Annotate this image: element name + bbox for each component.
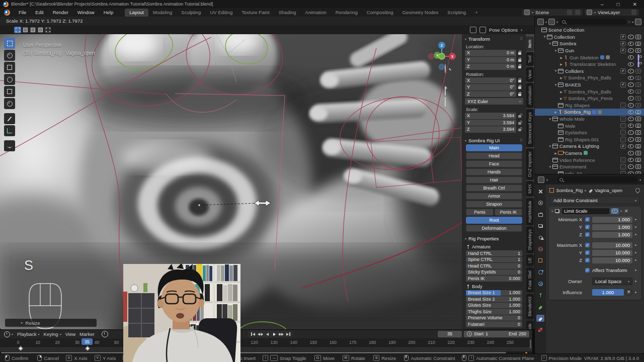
n-panel-tab-ue[interactable]: UE <box>526 254 534 266</box>
axis-value-field[interactable]: 1.000 <box>592 232 632 238</box>
tool-pose-tool[interactable] <box>4 140 15 151</box>
outliner-row[interactable]: ▶Camera <box>535 150 644 157</box>
render-camera-icon[interactable] <box>635 48 641 53</box>
n-panel-tab-animaide[interactable]: AnimAide <box>526 320 534 329</box>
playhead-chip[interactable]: 35 <box>82 338 93 345</box>
outliner-row[interactable]: ▼Sombra✓ <box>535 40 644 47</box>
n-panel-tab-daz-importer[interactable]: DAZ Importer <box>526 148 534 180</box>
render-camera-icon[interactable] <box>635 35 641 39</box>
visibility-checkbox[interactable] <box>620 171 626 174</box>
select-mode-subtract[interactable] <box>29 27 36 33</box>
transform-field-z[interactable]: Z0 m <box>465 63 523 70</box>
zoom-icon[interactable] <box>445 64 451 71</box>
keyframe-diamond[interactable] <box>18 346 23 351</box>
pin-icon[interactable] <box>634 187 641 194</box>
properties-tab-view-layer[interactable] <box>536 222 544 229</box>
hide-eye-icon[interactable] <box>628 144 634 149</box>
axis-checkbox[interactable]: ✓ <box>585 243 590 247</box>
add-bone-constraint-dropdown[interactable]: Add Bone Constraint▾ <box>550 196 640 204</box>
render-camera-icon[interactable] <box>635 110 641 115</box>
menu-help[interactable]: Help <box>99 9 118 16</box>
transform-field-y[interactable]: Y0 m <box>465 57 523 63</box>
tool-select-box[interactable] <box>4 38 15 49</box>
rig-button-penis-ik[interactable]: Penis IK <box>495 209 522 216</box>
outliner-row[interactable]: ▶▽Sombra_Phys_Balls <box>535 74 644 81</box>
menu-file[interactable]: File <box>14 9 31 16</box>
maximize-button[interactable]: □ <box>617 2 620 7</box>
transform-field-x[interactable]: X3.594 <box>465 113 523 119</box>
outliner-row[interactable]: ▶▽Sombra_Phys_Penis <box>535 95 644 102</box>
viewport-3d[interactable]: Scale X: 1.7972 Y: 1.7972 Z: 1.7972 Pose… <box>0 17 534 329</box>
render-camera-icon[interactable] <box>635 69 641 73</box>
rig-prop-thighs-size[interactable]: Thighs Size1.000 <box>466 309 522 315</box>
rig-button-deformation[interactable]: Deformation <box>466 225 522 232</box>
rig-button-face[interactable]: Face <box>466 160 522 168</box>
tool-move[interactable] <box>4 62 15 73</box>
rig-ui-panel-header[interactable]: ▾Sombra Rig UI⠿ <box>462 136 526 144</box>
pose-options-dropdown[interactable]: Pose Options ▾ <box>470 27 522 33</box>
hide-eye-icon[interactable] <box>628 62 634 67</box>
rig-prop-spine-ctrl[interactable]: Spine CTRL1 <box>466 257 522 263</box>
display-mode-icon[interactable] <box>537 19 544 25</box>
n-panel-tab-tool[interactable]: Tool <box>526 52 534 66</box>
funnel-icon[interactable]: ▽ <box>628 20 630 24</box>
tool-measure[interactable] <box>4 125 15 136</box>
prev-keyframe-button[interactable] <box>257 331 263 337</box>
render-camera-icon[interactable] <box>635 96 641 101</box>
workspace-tab-sculpting[interactable]: Sculpting <box>177 9 205 17</box>
axis-checkbox[interactable]: ✓ <box>585 232 590 237</box>
n-panel-tab-view[interactable]: View <box>526 67 534 82</box>
outliner-row[interactable]: ▼Camera & Lighting✓ <box>535 143 644 150</box>
render-camera-icon[interactable] <box>635 117 641 121</box>
render-camera-icon[interactable] <box>635 76 641 80</box>
timeline-vscrollbar[interactable] <box>530 339 531 348</box>
render-camera-icon[interactable] <box>635 89 641 94</box>
transform-field-y[interactable]: Y0° <box>465 84 523 90</box>
outliner-row[interactable]: ▼Environment <box>535 163 644 170</box>
n-panel-tab-animation[interactable]: Animation <box>526 83 534 108</box>
visibility-checkbox[interactable] <box>620 123 626 129</box>
rig-prop-sticky-eyelids[interactable]: Sticky Eyelids0 <box>466 269 522 276</box>
blender-menu-icon[interactable] <box>4 10 10 16</box>
outliner-row[interactable]: ▼Colliders✓ <box>535 68 644 75</box>
transform-field-x[interactable]: X0 m <box>465 50 523 56</box>
visibility-checkbox[interactable] <box>620 157 626 163</box>
navigation-gizmo[interactable]: Z X Y <box>425 35 460 70</box>
n-panel-tab-item[interactable]: Item <box>526 37 534 51</box>
axis-checkbox[interactable]: ✓ <box>585 217 590 222</box>
workspace-tab-uv-editing[interactable]: UV Editing <box>205 9 237 17</box>
pin-icon[interactable] <box>567 9 573 16</box>
select-mode-invert[interactable] <box>37 27 44 33</box>
visibility-checkbox[interactable]: ✓ <box>620 34 626 40</box>
rig-button-head[interactable]: Head <box>466 152 522 160</box>
rig-prop-hand-ctrl[interactable]: Hand CTRL1 <box>466 250 522 256</box>
workspace-tab-scripting[interactable]: Scripting <box>443 9 470 17</box>
render-camera-icon[interactable] <box>635 103 641 108</box>
menu-edit[interactable]: Edit <box>31 9 48 16</box>
owner-dropdown[interactable]: Local Space▾ <box>592 278 632 285</box>
hide-eye-icon[interactable] <box>628 151 634 155</box>
visibility-checkbox[interactable]: ✓ <box>620 82 626 87</box>
scene-selector[interactable]: ▾ Scene <box>522 9 583 16</box>
outliner-row[interactable]: ▶Sombra_Rig <box>535 109 644 116</box>
add-workspace-button[interactable]: + <box>470 9 482 17</box>
clear-influence-button[interactable]: ✕ <box>625 289 632 296</box>
outliner-row[interactable]: ▶▽Sombra_Phys_Balls <box>535 88 644 95</box>
affect-transform-checkbox[interactable]: ✓ <box>585 268 590 273</box>
keyframe-diamond[interactable] <box>85 346 90 351</box>
n-panel-tab-screencast-keys[interactable]: Screencast Keys <box>526 109 534 147</box>
menu-window[interactable]: Window <box>73 9 99 16</box>
render-camera-icon[interactable] <box>635 144 641 149</box>
transform-field-z[interactable]: Z3.594 <box>465 126 523 133</box>
editor-type-icon[interactable] <box>538 176 544 183</box>
workspace-tab-layout[interactable]: Layout <box>125 9 148 17</box>
workspace-tab-shading[interactable]: Shading <box>274 9 301 17</box>
rig-button-armor[interactable]: Armor <box>466 193 522 200</box>
visibility-checkbox[interactable] <box>620 137 626 142</box>
tool-transform[interactable] <box>4 98 15 109</box>
operator-panel[interactable]: ▸Resize <box>5 319 97 327</box>
influence-slider[interactable]: 1.000 <box>592 289 624 296</box>
properties-tab-world[interactable] <box>536 245 544 252</box>
current-frame-field[interactable]: 35 <box>438 331 462 337</box>
rig-button-breath-ctrl[interactable]: Breath Ctrl <box>466 185 522 192</box>
